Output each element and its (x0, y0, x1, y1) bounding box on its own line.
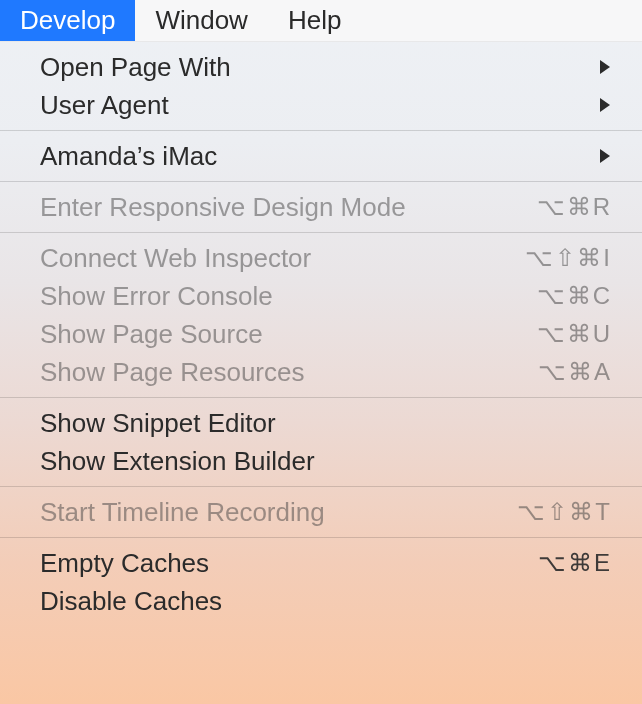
menu-item-user-agent[interactable]: User Agent (0, 86, 642, 124)
menu-item-show-page-resources: Show Page Resources ⌥⌘A (0, 353, 642, 391)
menu-item-label: Show Error Console (40, 281, 273, 312)
menu-item-label: Show Extension Builder (40, 446, 315, 477)
menu-item-show-error-console: Show Error Console ⌥⌘C (0, 277, 642, 315)
menubar-item-label: Window (155, 5, 247, 36)
menu-item-shortcut: ⌥⌘R (537, 193, 612, 221)
menu-item-label: Disable Caches (40, 586, 222, 617)
develop-menu: Open Page With User Agent Amanda’s iMac … (0, 42, 642, 626)
menu-item-enter-responsive-design-mode: Enter Responsive Design Mode ⌥⌘R (0, 188, 642, 226)
svg-marker-1 (600, 98, 610, 112)
menu-item-show-page-source: Show Page Source ⌥⌘U (0, 315, 642, 353)
menu-item-label: Show Page Resources (40, 357, 304, 388)
menu-item-shortcut: ⌥⌘U (537, 320, 612, 348)
menu-item-label: Connect Web Inspector (40, 243, 311, 274)
menu-section: Enter Responsive Design Mode ⌥⌘R (0, 182, 642, 232)
submenu-arrow-icon (598, 96, 612, 114)
submenu-arrow-icon (598, 58, 612, 76)
svg-marker-0 (600, 60, 610, 74)
menu-item-show-extension-builder[interactable]: Show Extension Builder (0, 442, 642, 480)
menu-section: Connect Web Inspector ⌥⇧⌘I Show Error Co… (0, 233, 642, 397)
menubar-item-label: Help (288, 5, 341, 36)
menu-item-shortcut: ⌥⌘A (538, 358, 612, 386)
menu-item-empty-caches[interactable]: Empty Caches ⌥⌘E (0, 544, 642, 582)
submenu-arrow-icon (598, 147, 612, 165)
menu-item-label: Show Page Source (40, 319, 263, 350)
menu-section: Open Page With User Agent (0, 42, 642, 130)
menu-item-shortcut: ⌥⇧⌘I (525, 244, 612, 272)
menubar-item-develop[interactable]: Develop (0, 0, 135, 41)
menu-item-label: Enter Responsive Design Mode (40, 192, 406, 223)
menu-item-shortcut: ⌥⌘C (537, 282, 612, 310)
menubar-item-help[interactable]: Help (268, 0, 361, 41)
menu-item-disable-caches[interactable]: Disable Caches (0, 582, 642, 620)
menu-item-connect-web-inspector: Connect Web Inspector ⌥⇧⌘I (0, 239, 642, 277)
menu-item-shortcut: ⌥⌘E (538, 549, 612, 577)
menu-section: Show Snippet Editor Show Extension Build… (0, 398, 642, 486)
menu-item-label: Open Page With (40, 52, 231, 83)
menu-item-label: Amanda’s iMac (40, 141, 217, 172)
menu-section: Start Timeline Recording ⌥⇧⌘T (0, 487, 642, 537)
menu-item-label: Show Snippet Editor (40, 408, 276, 439)
menu-item-open-page-with[interactable]: Open Page With (0, 48, 642, 86)
menubar-item-window[interactable]: Window (135, 0, 267, 41)
menu-section: Amanda’s iMac (0, 131, 642, 181)
menu-item-label: Start Timeline Recording (40, 497, 325, 528)
svg-marker-2 (600, 149, 610, 163)
menubar: Develop Window Help (0, 0, 642, 42)
menu-item-start-timeline-recording: Start Timeline Recording ⌥⇧⌘T (0, 493, 642, 531)
menu-item-show-snippet-editor[interactable]: Show Snippet Editor (0, 404, 642, 442)
menu-item-amandas-imac[interactable]: Amanda’s iMac (0, 137, 642, 175)
menu-item-label: Empty Caches (40, 548, 209, 579)
menubar-item-label: Develop (20, 5, 115, 36)
menu-item-label: User Agent (40, 90, 169, 121)
menu-section: Empty Caches ⌥⌘E Disable Caches (0, 538, 642, 626)
menu-item-shortcut: ⌥⇧⌘T (517, 498, 612, 526)
